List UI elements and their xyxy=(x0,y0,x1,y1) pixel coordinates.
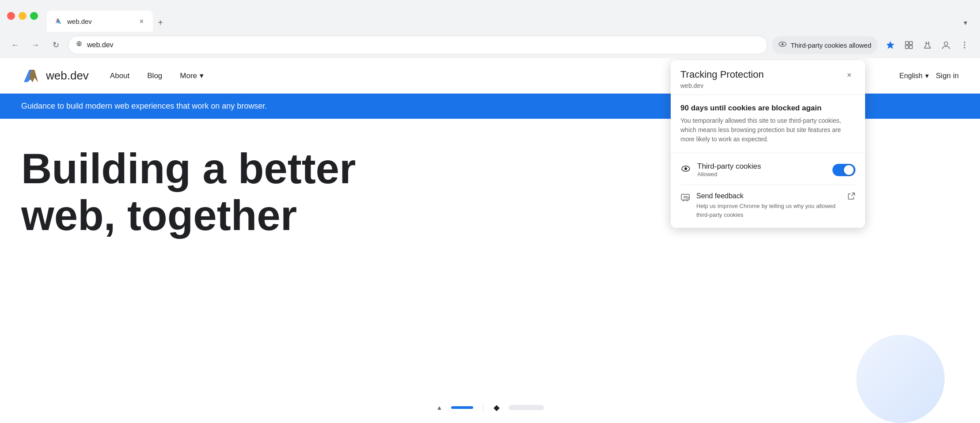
nav-about[interactable]: About xyxy=(110,72,129,80)
cookie-toggle-status: Allowed xyxy=(697,171,826,178)
nav-blog[interactable]: Blog xyxy=(147,72,162,80)
popup-close-button[interactable]: × xyxy=(843,69,855,81)
tab-title: web.dev xyxy=(67,18,133,25)
banner-text: Guidance to build modern web experiences… xyxy=(21,102,267,110)
address-bar-icon xyxy=(76,41,83,49)
feedback-title[interactable]: Send feedback xyxy=(696,192,841,200)
extensions-button[interactable] xyxy=(900,37,917,53)
sign-in-button[interactable]: Sign in xyxy=(936,72,959,80)
title-bar: web.dev ✕ + ▾ xyxy=(0,0,980,32)
tracking-protection-button[interactable]: Third-party cookies allowed xyxy=(772,36,877,54)
language-label: English xyxy=(900,72,923,80)
scroll-indicator xyxy=(451,406,473,409)
diamond-icon: ◆ xyxy=(494,403,500,412)
logo-icon xyxy=(21,66,41,86)
mini-chart xyxy=(509,405,544,410)
svg-point-15 xyxy=(964,42,965,43)
address-text: web.dev xyxy=(87,41,760,49)
browser-window: web.dev ✕ + ▾ ← → ↻ web.dev xyxy=(0,0,980,423)
svg-point-17 xyxy=(964,47,965,49)
popup-section-divider xyxy=(680,185,855,185)
nav-right: English ▾ Sign in xyxy=(900,72,959,80)
popup-subtitle: web.dev xyxy=(680,82,764,89)
svg-rect-10 xyxy=(909,42,912,45)
logo-text: web.dev xyxy=(46,69,89,83)
scroll-up-icon: ▲ xyxy=(436,404,442,411)
new-tab-button[interactable]: + xyxy=(153,15,168,30)
svg-point-14 xyxy=(944,42,948,45)
popup-header-content: Tracking Protection web.dev xyxy=(680,69,764,89)
svg-point-7 xyxy=(782,43,784,45)
page-content: web.dev About Blog More ▾ English ▾ Sign… xyxy=(0,58,980,423)
svg-marker-8 xyxy=(886,41,894,49)
svg-point-23 xyxy=(684,167,687,170)
svg-rect-12 xyxy=(909,45,912,49)
site-logo[interactable]: web.dev xyxy=(21,66,89,86)
nav-more[interactable]: More ▾ xyxy=(180,71,204,80)
feedback-content: Send feedback Help us improve Chrome by … xyxy=(696,192,841,219)
cookie-toggle-info: Third-party cookies Allowed xyxy=(697,162,826,178)
svg-rect-5 xyxy=(78,44,80,45)
more-menu-button[interactable] xyxy=(956,37,973,53)
svg-point-16 xyxy=(964,45,965,46)
feedback-desc: Help us improve Chrome by telling us why… xyxy=(696,202,841,219)
tabs-bar: web.dev ✕ + ▾ xyxy=(47,0,973,32)
close-window-button[interactable] xyxy=(7,12,15,20)
labs-button[interactable] xyxy=(919,37,936,53)
popup-body: 90 days until cookies are blocked again … xyxy=(671,95,865,228)
cookie-toggle-label: Third-party cookies xyxy=(697,162,826,171)
toggle-knob xyxy=(844,165,854,175)
tab-favicon-icon xyxy=(54,17,63,26)
language-button[interactable]: English ▾ xyxy=(900,72,929,80)
cookie-toggle-row: Third-party cookies Allowed xyxy=(680,162,855,178)
nav-more-label: More xyxy=(180,72,197,80)
toolbar-actions xyxy=(882,37,973,53)
address-bar[interactable]: web.dev xyxy=(68,36,767,54)
toolbar: ← → ↻ web.dev Thi xyxy=(0,32,980,58)
nav-more-arrow: ▾ xyxy=(200,71,204,80)
feedback-icon xyxy=(680,193,690,205)
popup-divider-1 xyxy=(671,153,865,153)
scroll-separator: | xyxy=(482,402,484,412)
cookie-toggle-switch[interactable] xyxy=(832,164,855,176)
reload-button[interactable]: ↻ xyxy=(48,37,64,53)
tracking-pill-label: Third-party cookies allowed xyxy=(790,42,871,49)
headline-text: Building a better web, together xyxy=(21,145,384,238)
profile-button[interactable] xyxy=(938,37,954,53)
language-arrow: ▾ xyxy=(925,72,929,80)
headline-line1: Building a better xyxy=(21,145,356,192)
forward-button[interactable]: → xyxy=(27,37,43,53)
bookmark-button[interactable] xyxy=(882,37,899,53)
active-tab[interactable]: web.dev ✕ xyxy=(47,11,153,32)
svg-rect-11 xyxy=(905,45,908,49)
back-button[interactable]: ← xyxy=(7,37,23,53)
popup-days-desc: You temporarily allowed this site to use… xyxy=(680,116,855,144)
minimize-window-button[interactable] xyxy=(19,12,27,20)
popup-title: Tracking Protection xyxy=(680,69,764,80)
blue-circle-decoration xyxy=(856,335,945,423)
maximize-window-button[interactable] xyxy=(30,12,38,20)
feedback-row: Send feedback Help us improve Chrome by … xyxy=(680,192,855,219)
page-bottom: ▲ | ◆ xyxy=(0,388,980,423)
cookie-eye-icon xyxy=(680,163,691,177)
external-link-icon[interactable] xyxy=(847,192,855,202)
tracking-eye-icon xyxy=(778,40,787,51)
tracking-protection-popup: Tracking Protection web.dev × 90 days un… xyxy=(671,60,865,228)
popup-days-title: 90 days until cookies are blocked again xyxy=(680,104,855,113)
tab-close-button[interactable]: ✕ xyxy=(137,17,146,26)
tab-expand-button[interactable]: ▾ xyxy=(958,15,973,30)
traffic-lights xyxy=(7,12,38,20)
svg-rect-4 xyxy=(78,43,80,44)
headline-line2: web, together xyxy=(21,192,297,239)
svg-rect-9 xyxy=(905,42,908,45)
popup-header: Tracking Protection web.dev × xyxy=(671,60,865,95)
